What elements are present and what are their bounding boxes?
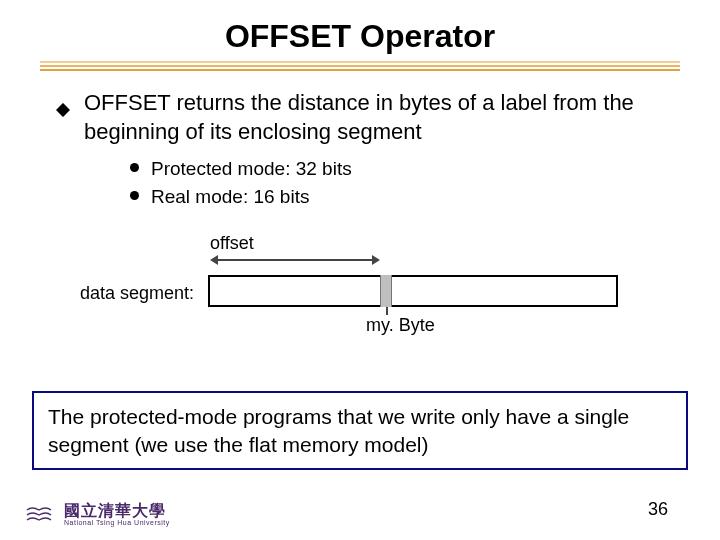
segment-rectangle	[208, 275, 618, 307]
diagram-segment-label: data segment:	[80, 283, 194, 304]
bullet-level-2: Protected mode: 32 bits	[130, 156, 688, 182]
footer: 國立清華大學 National Tsing Hua University	[24, 503, 170, 526]
slide: OFFSET Operator OFFSET returns the dista…	[0, 0, 720, 540]
university-name-cn: 國立清華大學	[64, 503, 170, 519]
segment-highlight	[380, 275, 392, 307]
university-name: 國立清華大學 National Tsing Hua University	[64, 503, 170, 526]
diagram-offset-label: offset	[210, 233, 254, 254]
double-arrow-icon	[210, 255, 380, 269]
diagram-mybyte-label: my. Byte	[366, 315, 435, 336]
svg-rect-0	[56, 103, 70, 117]
dot-bullet-icon	[130, 191, 139, 200]
offset-diagram: offset data segment: my. Byte	[80, 233, 640, 363]
bullet-level-1: OFFSET returns the distance in bytes of …	[56, 89, 688, 146]
diamond-bullet-icon	[56, 96, 70, 125]
note-text: The protected-mode programs that we writ…	[48, 405, 629, 455]
pointer-line	[386, 307, 388, 315]
university-logo-icon	[24, 504, 54, 526]
bullet-text: Real mode: 16 bits	[151, 184, 309, 210]
bullet-text: Protected mode: 32 bits	[151, 156, 352, 182]
bullet-level-2: Real mode: 16 bits	[130, 184, 688, 210]
university-name-en: National Tsing Hua University	[64, 519, 170, 526]
slide-title: OFFSET Operator	[32, 18, 688, 55]
bullet-text: OFFSET returns the distance in bytes of …	[84, 89, 688, 146]
note-box: The protected-mode programs that we writ…	[32, 391, 688, 470]
title-underline	[40, 61, 680, 71]
page-number: 36	[648, 499, 668, 520]
dot-bullet-icon	[130, 163, 139, 172]
